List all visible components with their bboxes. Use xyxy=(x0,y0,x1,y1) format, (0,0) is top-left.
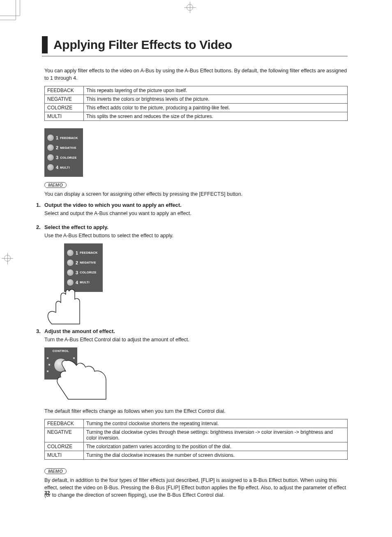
step-number: 1. xyxy=(36,202,44,208)
effects-table-1: FEEDBACKThis repeats layering of the pic… xyxy=(44,86,348,121)
effect-button-3-icon xyxy=(47,154,54,161)
effect-button-icon xyxy=(67,259,74,266)
table2-intro: The default filter effects change as fol… xyxy=(44,407,348,415)
step-body: Use the A-Bus Effect buttons to select t… xyxy=(44,232,348,239)
step-3-illustration: CONTROL xyxy=(44,347,348,401)
table-row: FEEDBACKTurning the control clockwise sh… xyxy=(45,419,348,428)
intro-text: You can apply filter effects to the vide… xyxy=(44,67,348,82)
step-number: 3. xyxy=(36,328,44,334)
step-title: Output the video to which you want to ap… xyxy=(44,202,182,208)
effect-button-icon xyxy=(67,279,74,286)
step-3: 3. Adjust the amount of effect. Turn the… xyxy=(36,328,348,401)
effect-button-panel-illus: 1FEEDBACK 2NEGATIVE 3COLORIZE 4MULTI xyxy=(64,243,103,292)
panel-row-3: 3 COLORIZE xyxy=(47,154,81,161)
table-row: COLORIZEThis effect adds color to the pi… xyxy=(45,104,348,112)
step-body: Select and output the A-Bus channel you … xyxy=(44,210,348,217)
table-row: MULTIThis splits the screen and reduces … xyxy=(45,112,348,121)
effect-button-2-icon xyxy=(47,144,54,151)
step-title: Select the effect to apply. xyxy=(44,224,108,230)
title-row: Applying Filter Effects to Video xyxy=(42,36,348,53)
title-bar-icon xyxy=(42,36,48,53)
step-2-illustration: 1FEEDBACK 2NEGATIVE 3COLORIZE 4MULTI xyxy=(44,243,348,322)
table-row: MULTITurning the dial clockwise increase… xyxy=(45,451,348,459)
steps-list: 1. Output the video to which you want to… xyxy=(36,202,348,400)
page-content: Applying Filter Effects to Video You can… xyxy=(0,0,392,519)
step-2: 2. Select the effect to apply. Use the A… xyxy=(36,224,348,322)
effect-button-panel: 1 FEEDBACK 2 NEGATIVE 3 COLORIZE 4 MULTI xyxy=(44,128,83,177)
panel-row-4: 4 MULTI xyxy=(47,164,81,171)
step-number: 2. xyxy=(36,224,44,230)
page-title: Applying Filter Effects to Video xyxy=(53,38,232,52)
table-row: COLORIZEThe colorization pattern varies … xyxy=(45,442,348,451)
control-label: CONTROL xyxy=(44,349,77,353)
memo-badge-1: MEMO xyxy=(44,182,67,188)
step-title: Adjust the amount of effect. xyxy=(44,328,115,334)
memo-text-2: By default, in addition to the four type… xyxy=(44,477,348,499)
effects-table-2: FEEDBACKTurning the control clockwise sh… xyxy=(44,419,348,460)
table-row: NEGATIVETurning the dial clockwise cycle… xyxy=(45,428,348,442)
table-row: NEGATIVEThis inverts the colors or brigh… xyxy=(45,95,348,104)
panel-row-2: 2 NEGATIVE xyxy=(47,144,81,151)
hand-press-icon xyxy=(44,288,90,325)
effect-button-icon xyxy=(67,269,74,276)
hand-turn-icon xyxy=(54,356,108,401)
step-body: Turn the A-Bus Effect Control dial to ad… xyxy=(44,336,348,343)
panel-row-1: 1 FEEDBACK xyxy=(47,134,81,141)
title-underline xyxy=(42,56,348,56)
page-number: 32 xyxy=(44,490,50,496)
effect-button-4-icon xyxy=(47,164,54,171)
step-1: 1. Output the video to which you want to… xyxy=(36,202,348,217)
effect-button-1-icon xyxy=(47,134,54,141)
memo-text-1: You can display a screen for assigning o… xyxy=(44,190,348,198)
memo-badge-2: MEMO xyxy=(44,468,67,474)
effect-button-icon xyxy=(67,249,74,257)
table-row: FEEDBACKThis repeats layering of the pic… xyxy=(45,86,348,95)
